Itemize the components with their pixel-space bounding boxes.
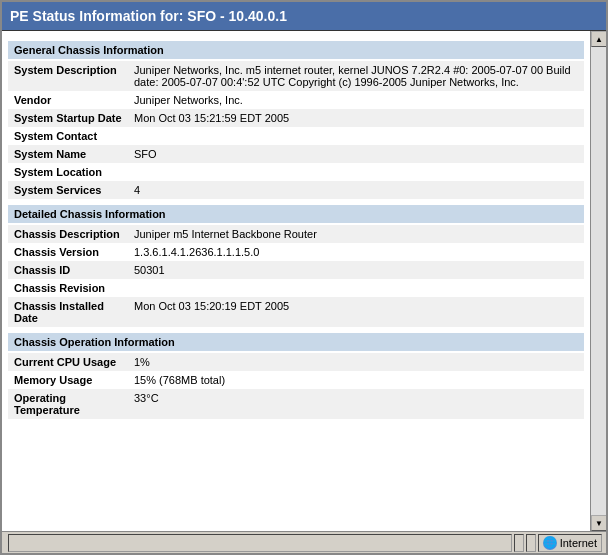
status-left <box>8 534 512 552</box>
row-label: Current CPU Usage <box>8 353 128 371</box>
detailed-section-header: Detailed Chassis Information <box>8 205 584 223</box>
row-value: 50301 <box>128 261 584 279</box>
row-value: Juniper m5 Internet Backbone Router <box>128 225 584 243</box>
title-bar: PE Status Information for: SFO - 10.40.0… <box>2 2 606 31</box>
general-info-table: System DescriptionJuniper Networks, Inc.… <box>8 61 584 199</box>
row-label: Chassis Version <box>8 243 128 261</box>
detailed-info-table: Chassis DescriptionJuniper m5 Internet B… <box>8 225 584 327</box>
row-value: 33°C <box>128 389 584 419</box>
table-row: VendorJuniper Networks, Inc. <box>8 91 584 109</box>
row-label: System Name <box>8 145 128 163</box>
internet-icon: 🌐 <box>543 536 557 550</box>
row-value <box>128 163 584 181</box>
table-row: System Startup DateMon Oct 03 15:21:59 E… <box>8 109 584 127</box>
row-label: Memory Usage <box>8 371 128 389</box>
table-row: Chassis Revision <box>8 279 584 297</box>
row-value: Mon Oct 03 15:20:19 EDT 2005 <box>128 297 584 327</box>
row-value: 1.3.6.1.4.1.2636.1.1.1.5.0 <box>128 243 584 261</box>
table-row: System DescriptionJuniper Networks, Inc.… <box>8 61 584 91</box>
row-label: Vendor <box>8 91 128 109</box>
table-row: Chassis Version1.3.6.1.4.1.2636.1.1.1.5.… <box>8 243 584 261</box>
main-body: General Chassis Information System Descr… <box>2 31 606 531</box>
row-label: System Services <box>8 181 128 199</box>
row-value: 1% <box>128 353 584 371</box>
scrollbar[interactable]: ▲ ▼ <box>590 31 606 531</box>
status-segment-1 <box>514 534 524 552</box>
row-label: Chassis ID <box>8 261 128 279</box>
table-row: Current CPU Usage1% <box>8 353 584 371</box>
row-label: System Description <box>8 61 128 91</box>
row-value <box>128 127 584 145</box>
page-title: PE Status Information for: SFO - 10.40.0… <box>10 8 287 24</box>
table-row: Chassis DescriptionJuniper m5 Internet B… <box>8 225 584 243</box>
row-value: Juniper Networks, Inc. m5 internet route… <box>128 61 584 91</box>
scroll-area[interactable]: General Chassis Information System Descr… <box>2 31 590 531</box>
general-section-header: General Chassis Information <box>8 41 584 59</box>
table-row: System Contact <box>8 127 584 145</box>
table-row: System NameSFO <box>8 145 584 163</box>
table-row: Operating Temperature33°C <box>8 389 584 419</box>
row-value <box>128 279 584 297</box>
window-container: PE Status Information for: SFO - 10.40.0… <box>0 0 608 555</box>
scroll-down-button[interactable]: ▼ <box>591 515 606 531</box>
row-value: 4 <box>128 181 584 199</box>
status-internet: 🌐 Internet <box>538 534 602 552</box>
table-row: Chassis Installed DateMon Oct 03 15:20:1… <box>8 297 584 327</box>
row-value: Mon Oct 03 15:21:59 EDT 2005 <box>128 109 584 127</box>
scroll-track[interactable] <box>591 47 606 515</box>
scroll-up-button[interactable]: ▲ <box>591 31 606 47</box>
row-label: Chassis Description <box>8 225 128 243</box>
internet-label: Internet <box>560 537 597 549</box>
row-value: SFO <box>128 145 584 163</box>
operation-section-header: Chassis Operation Information <box>8 333 584 351</box>
status-segment-2 <box>526 534 536 552</box>
row-label: System Contact <box>8 127 128 145</box>
row-value: Juniper Networks, Inc. <box>128 91 584 109</box>
table-row: System Services4 <box>8 181 584 199</box>
row-label: Chassis Revision <box>8 279 128 297</box>
table-row: Chassis ID50301 <box>8 261 584 279</box>
row-label: Operating Temperature <box>8 389 128 419</box>
row-label: System Location <box>8 163 128 181</box>
row-value: 15% (768MB total) <box>128 371 584 389</box>
row-label: Chassis Installed Date <box>8 297 128 327</box>
table-row: Memory Usage15% (768MB total) <box>8 371 584 389</box>
row-label: System Startup Date <box>8 109 128 127</box>
content-area: General Chassis Information System Descr… <box>2 31 590 423</box>
status-bar: 🌐 Internet <box>2 531 606 553</box>
table-row: System Location <box>8 163 584 181</box>
operation-info-table: Current CPU Usage1%Memory Usage15% (768M… <box>8 353 584 419</box>
